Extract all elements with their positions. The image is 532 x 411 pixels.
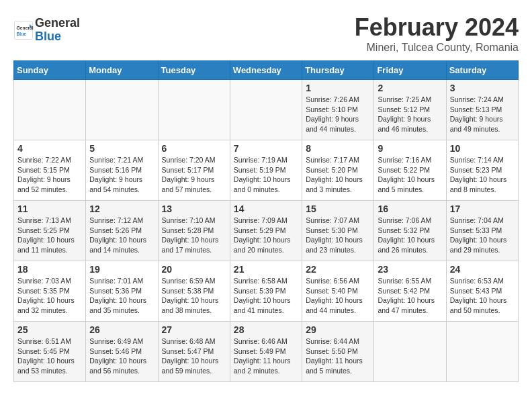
calendar-cell: 15Sunrise: 7:07 AMSunset: 5:30 PMDayligh… xyxy=(302,201,374,261)
day-number: 25 xyxy=(17,324,82,335)
calendar-week-row: 11Sunrise: 7:13 AMSunset: 5:25 PMDayligh… xyxy=(14,201,519,261)
logo-icon: General Blue xyxy=(13,20,34,40)
calendar-cell xyxy=(374,322,446,382)
day-info: Sunrise: 7:22 AMSunset: 5:15 PMDaylight:… xyxy=(17,155,82,195)
weekday-header-sunday: Sunday xyxy=(14,61,86,80)
day-info: Sunrise: 6:53 AMSunset: 5:43 PMDaylight:… xyxy=(450,276,515,316)
day-info: Sunrise: 7:13 AMSunset: 5:25 PMDaylight:… xyxy=(17,216,82,255)
day-number: 26 xyxy=(89,324,154,335)
calendar-cell: 25Sunrise: 6:51 AMSunset: 5:45 PMDayligh… xyxy=(14,322,86,382)
weekday-header-saturday: Saturday xyxy=(446,61,518,80)
day-number: 19 xyxy=(89,264,154,275)
calendar-cell: 17Sunrise: 7:04 AMSunset: 5:33 PMDayligh… xyxy=(446,201,518,261)
calendar-cell: 26Sunrise: 6:49 AMSunset: 5:46 PMDayligh… xyxy=(86,322,158,382)
calendar-week-row: 25Sunrise: 6:51 AMSunset: 5:45 PMDayligh… xyxy=(14,322,519,382)
weekday-header-row: SundayMondayTuesdayWednesdayThursdayFrid… xyxy=(14,61,519,80)
calendar-header: SundayMondayTuesdayWednesdayThursdayFrid… xyxy=(14,61,519,80)
calendar-title: February 2024 xyxy=(355,13,519,42)
day-number: 17 xyxy=(450,203,515,214)
calendar-cell: 28Sunrise: 6:46 AMSunset: 5:49 PMDayligh… xyxy=(230,322,302,382)
day-info: Sunrise: 7:03 AMSunset: 5:35 PMDaylight:… xyxy=(17,276,82,316)
day-number: 29 xyxy=(306,324,370,335)
logo-general-text: General xyxy=(35,17,80,30)
day-info: Sunrise: 7:12 AMSunset: 5:26 PMDaylight:… xyxy=(89,216,154,255)
day-info: Sunrise: 6:58 AMSunset: 5:39 PMDaylight:… xyxy=(234,276,298,316)
calendar-cell: 1Sunrise: 7:26 AMSunset: 5:10 PMDaylight… xyxy=(302,80,374,140)
calendar-cell: 11Sunrise: 7:13 AMSunset: 5:25 PMDayligh… xyxy=(14,201,86,261)
calendar-cell: 22Sunrise: 6:56 AMSunset: 5:40 PMDayligh… xyxy=(302,261,374,322)
calendar-subtitle: Mineri, Tulcea County, Romania xyxy=(355,42,519,54)
calendar-cell xyxy=(86,80,158,140)
logo-text: General Blue xyxy=(35,17,80,44)
day-number: 2 xyxy=(378,83,442,93)
calendar-cell: 18Sunrise: 7:03 AMSunset: 5:35 PMDayligh… xyxy=(14,261,86,322)
weekday-header-thursday: Thursday xyxy=(302,61,374,80)
day-info: Sunrise: 6:48 AMSunset: 5:47 PMDaylight:… xyxy=(162,336,226,376)
day-info: Sunrise: 7:20 AMSunset: 5:17 PMDaylight:… xyxy=(162,155,226,195)
day-info: Sunrise: 7:10 AMSunset: 5:28 PMDaylight:… xyxy=(162,216,226,255)
day-info: Sunrise: 7:17 AMSunset: 5:20 PMDaylight:… xyxy=(306,155,370,195)
calendar-cell: 24Sunrise: 6:53 AMSunset: 5:43 PMDayligh… xyxy=(446,261,518,322)
logo-blue-text: Blue xyxy=(35,30,80,44)
day-number: 15 xyxy=(306,203,370,214)
calendar-week-row: 1Sunrise: 7:26 AMSunset: 5:10 PMDaylight… xyxy=(14,80,519,140)
day-number: 4 xyxy=(17,143,82,154)
day-info: Sunrise: 7:16 AMSunset: 5:22 PMDaylight:… xyxy=(378,155,442,195)
day-info: Sunrise: 7:09 AMSunset: 5:29 PMDaylight:… xyxy=(234,216,298,255)
day-info: Sunrise: 6:55 AMSunset: 5:42 PMDaylight:… xyxy=(378,276,442,316)
day-info: Sunrise: 6:56 AMSunset: 5:40 PMDaylight:… xyxy=(306,276,370,316)
calendar-body: 1Sunrise: 7:26 AMSunset: 5:10 PMDaylight… xyxy=(14,80,519,382)
logo: General Blue General Blue xyxy=(13,17,80,44)
calendar-cell xyxy=(14,80,86,140)
page-header: General Blue General Blue February 2024 … xyxy=(13,13,519,54)
day-number: 1 xyxy=(306,83,370,93)
day-number: 23 xyxy=(378,264,442,275)
calendar-cell: 16Sunrise: 7:06 AMSunset: 5:32 PMDayligh… xyxy=(374,201,446,261)
calendar-cell: 6Sunrise: 7:20 AMSunset: 5:17 PMDaylight… xyxy=(158,140,230,201)
calendar-cell: 29Sunrise: 6:44 AMSunset: 5:50 PMDayligh… xyxy=(302,322,374,382)
calendar-cell: 13Sunrise: 7:10 AMSunset: 5:28 PMDayligh… xyxy=(158,201,230,261)
calendar-cell: 5Sunrise: 7:21 AMSunset: 5:16 PMDaylight… xyxy=(86,140,158,201)
svg-text:Blue: Blue xyxy=(17,31,27,36)
day-number: 10 xyxy=(450,143,515,154)
day-number: 7 xyxy=(234,143,298,154)
calendar-cell: 14Sunrise: 7:09 AMSunset: 5:29 PMDayligh… xyxy=(230,201,302,261)
calendar-cell: 20Sunrise: 6:59 AMSunset: 5:38 PMDayligh… xyxy=(158,261,230,322)
calendar-cell: 2Sunrise: 7:25 AMSunset: 5:12 PMDaylight… xyxy=(374,80,446,140)
day-number: 14 xyxy=(234,203,298,214)
day-number: 24 xyxy=(450,264,515,275)
day-number: 3 xyxy=(450,83,515,93)
weekday-header-monday: Monday xyxy=(86,61,158,80)
calendar-cell: 4Sunrise: 7:22 AMSunset: 5:15 PMDaylight… xyxy=(14,140,86,201)
day-number: 12 xyxy=(89,203,154,214)
calendar-cell: 7Sunrise: 7:19 AMSunset: 5:19 PMDaylight… xyxy=(230,140,302,201)
day-number: 5 xyxy=(89,143,154,154)
day-number: 18 xyxy=(17,264,82,275)
day-info: Sunrise: 7:06 AMSunset: 5:32 PMDaylight:… xyxy=(378,216,442,255)
calendar-cell: 19Sunrise: 7:01 AMSunset: 5:36 PMDayligh… xyxy=(86,261,158,322)
day-info: Sunrise: 6:49 AMSunset: 5:46 PMDaylight:… xyxy=(89,336,154,376)
day-info: Sunrise: 7:24 AMSunset: 5:13 PMDaylight:… xyxy=(450,95,515,134)
title-section: February 2024 Mineri, Tulcea County, Rom… xyxy=(355,13,519,54)
calendar-cell: 10Sunrise: 7:14 AMSunset: 5:23 PMDayligh… xyxy=(446,140,518,201)
weekday-header-friday: Friday xyxy=(374,61,446,80)
day-number: 9 xyxy=(378,143,442,154)
calendar-cell xyxy=(158,80,230,140)
day-info: Sunrise: 7:26 AMSunset: 5:10 PMDaylight:… xyxy=(306,95,370,134)
weekday-header-tuesday: Tuesday xyxy=(158,61,230,80)
day-number: 6 xyxy=(162,143,226,154)
day-number: 13 xyxy=(162,203,226,214)
day-number: 22 xyxy=(306,264,370,275)
calendar-cell: 12Sunrise: 7:12 AMSunset: 5:26 PMDayligh… xyxy=(86,201,158,261)
day-info: Sunrise: 6:51 AMSunset: 5:45 PMDaylight:… xyxy=(17,336,82,376)
day-number: 8 xyxy=(306,143,370,154)
calendar-week-row: 4Sunrise: 7:22 AMSunset: 5:15 PMDaylight… xyxy=(14,140,519,201)
calendar-cell xyxy=(230,80,302,140)
day-info: Sunrise: 7:04 AMSunset: 5:33 PMDaylight:… xyxy=(450,216,515,255)
calendar-cell: 9Sunrise: 7:16 AMSunset: 5:22 PMDaylight… xyxy=(374,140,446,201)
day-number: 21 xyxy=(234,264,298,275)
svg-rect-0 xyxy=(15,21,33,39)
day-number: 11 xyxy=(17,203,82,214)
day-info: Sunrise: 7:14 AMSunset: 5:23 PMDaylight:… xyxy=(450,155,515,195)
calendar-cell: 21Sunrise: 6:58 AMSunset: 5:39 PMDayligh… xyxy=(230,261,302,322)
